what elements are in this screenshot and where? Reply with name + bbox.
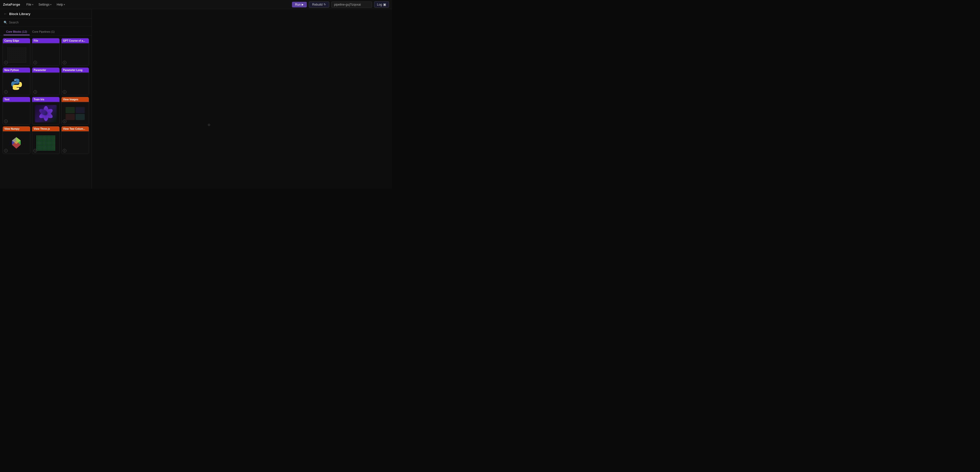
run-button[interactable]: Run ▶ [292,2,307,7]
block-parameter-long[interactable]: Parameter Long i [61,67,89,95]
nav-center: Run ▶ Rebuild ↻ pipeline-guj7izqvxai Log… [292,1,389,8]
nav-menu: File ▾ Settings ▾ Help ▾ [24,2,67,7]
sidebar-header: ← Block Library [0,9,92,19]
main-area: ← Block Library 🔍 Core Blocks (12) Core … [0,9,392,189]
file-chevron-icon: ▾ [32,3,33,6]
block-label-text: Text [3,97,30,102]
block-gpt-course[interactable]: GPT Course of a... i [61,38,89,66]
info-icon-canny[interactable]: i [4,61,8,64]
block-label-view-numpy: View Numpy [3,126,30,131]
log-button[interactable]: Log ▣ [374,1,389,8]
back-arrow-icon[interactable]: ← [3,12,7,16]
sidebar-title: Block Library [9,12,30,16]
block-label-view-images: View Images [62,97,89,102]
settings-chevron-icon: ▾ [50,3,52,6]
info-icon-view-two-columns[interactable]: i [63,149,66,153]
pipeline-name-field[interactable]: pipeline-guj7izqvxai [331,2,372,8]
svg-point-1 [18,88,18,89]
python-logo-icon [10,78,23,91]
cursor [208,124,210,126]
nav-settings[interactable]: Settings ▾ [37,2,54,7]
block-label-file: File [32,38,59,43]
play-icon: ▶ [302,3,304,6]
nav-help[interactable]: Help ▾ [55,2,67,7]
block-label-canny: Canny Edge [3,38,30,43]
info-icon-parameter[interactable]: i [33,90,37,94]
tab-core-pipelines[interactable]: Core Pipelines (1) [30,29,57,35]
rebuild-button[interactable]: Rebuild ↻ [309,2,329,8]
search-icon: 🔍 [3,21,7,24]
block-new-python[interactable]: New Python [3,67,30,95]
block-train-iris[interactable]: Train Iris [32,97,60,124]
tabs-row: Core Blocks (12) Core Pipelines (1) [0,27,92,35]
numpy-shape-icon [10,136,24,150]
nav-file[interactable]: File ▾ [24,2,35,7]
blocks-grid: Canny Edge i File i GPT Course of a... i [0,35,92,189]
block-preview-train-iris [32,103,59,124]
block-view-two-columns[interactable]: View Two Colum... i [61,126,89,154]
info-icon-text[interactable]: i [4,120,8,123]
iris-petal-group [35,105,57,122]
block-text[interactable]: Text i [3,97,30,124]
block-label-view-threejs: View Three.js [32,126,59,131]
help-chevron-icon: ▾ [64,3,65,6]
block-label-python: New Python [3,68,30,73]
block-file[interactable]: File i [32,38,60,66]
block-label-parameter-long: Parameter Long [62,68,89,73]
info-icon-view-numpy[interactable]: i [4,149,8,153]
monitor-icon: ▣ [383,3,386,6]
block-view-images[interactable]: View Images i [61,97,89,124]
info-icon-view-images[interactable]: i [63,120,66,123]
block-label-view-two-columns: View Two Colum... [62,126,89,131]
brand-logo: ZetaForge [3,3,20,6]
info-icon-gpt[interactable]: i [63,61,66,64]
svg-point-0 [15,80,16,81]
workspace-canvas[interactable] [92,9,392,189]
block-canny-edge[interactable]: Canny Edge i [3,38,30,66]
block-label-gpt: GPT Course of a... [62,38,89,43]
block-parameter[interactable]: Parameter i [32,67,60,95]
topnav: ZetaForge File ▾ Settings ▾ Help ▾ Run ▶… [0,0,392,9]
search-bar: 🔍 [0,19,92,27]
info-icon-python[interactable]: i [4,90,8,94]
block-view-threejs[interactable]: View Three.js i [32,126,60,154]
info-icon-parameter-long[interactable]: i [63,90,66,94]
info-icon-view-threejs[interactable]: i [33,149,37,153]
block-label-parameter: Parameter [32,68,59,73]
search-input[interactable] [9,21,88,24]
info-icon-file[interactable]: i [33,61,37,64]
block-label-train-iris: Train Iris [32,97,59,102]
refresh-icon: ↻ [324,3,326,6]
sidebar: ← Block Library 🔍 Core Blocks (12) Core … [0,9,92,189]
block-view-numpy[interactable]: View Numpy i [3,126,30,154]
tab-core-blocks[interactable]: Core Blocks (12) [3,29,30,35]
